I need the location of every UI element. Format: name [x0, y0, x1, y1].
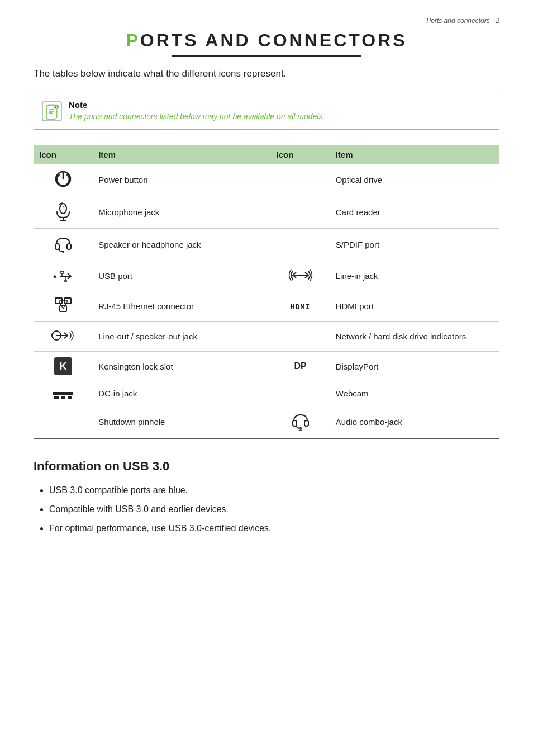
left-item-cell: Microphone jack [93, 196, 270, 229]
table-row: KKensington lock slotDPDisplayPort [34, 352, 499, 381]
table-row: Speaker or headphone jack S/PDIF port [34, 229, 499, 261]
right-item-cell: Card reader [330, 196, 499, 229]
table-row: RJ-45 Ethernet connectorHDMIHDMI port [34, 291, 499, 322]
note-icon [42, 101, 62, 121]
right-item-cell: Line-in jack [330, 261, 499, 291]
col1-header-item: Item [93, 145, 270, 164]
svg-rect-15 [60, 271, 64, 273]
table-row: ● USB port Line-in jack [34, 261, 499, 291]
note-title: Note [69, 100, 325, 110]
list-item: USB 3.0 compatible ports are blue. [49, 481, 499, 499]
left-icon-cell [34, 381, 93, 405]
left-item-cell: USB port [93, 261, 270, 291]
left-icon-cell [34, 229, 93, 261]
right-item-cell: Audio combo-jack [330, 405, 499, 439]
left-icon-cell [34, 196, 93, 229]
table-header-row: Icon Item Icon Item [34, 145, 499, 164]
subtitle: The tables below indicate what the diffe… [34, 68, 499, 79]
right-icon-cell [271, 164, 330, 196]
right-icon-cell: HDMI [271, 291, 330, 322]
right-item-cell: Network / hard disk drive indicators [330, 322, 499, 352]
table-row: DC-in jack Webcam [34, 381, 499, 405]
right-item-cell: HDMI port [330, 291, 499, 322]
svg-point-30 [299, 427, 302, 430]
svg-rect-29 [304, 420, 308, 426]
list-item: Compatible with USB 3.0 and earlier devi… [49, 500, 499, 518]
right-icon-cell [271, 381, 330, 405]
table-row: Microphone jack Card reader [34, 196, 499, 229]
left-item-cell: RJ-45 Ethernet connector [93, 291, 270, 322]
right-icon-cell [271, 196, 330, 229]
right-icon-cell [271, 322, 330, 352]
list-item: For optimal performance, use USB 3.0-cer… [49, 519, 499, 537]
right-item-cell: S/PDIF port [330, 229, 499, 261]
note-content: Note The ports and connectors listed bel… [69, 100, 325, 121]
right-icon-cell: DP [271, 352, 330, 381]
svg-rect-10 [55, 244, 59, 249]
right-icon-cell [271, 405, 330, 439]
left-item-cell: Line-out / speaker-out jack [93, 322, 270, 352]
left-icon-cell [34, 164, 93, 196]
col2-header-icon: Icon [271, 145, 330, 164]
left-item-cell: DC-in jack [93, 381, 270, 405]
page-title: PORTS AND CONNECTORS [34, 30, 499, 51]
right-item-cell: Webcam [330, 381, 499, 405]
left-icon-cell [34, 322, 93, 352]
left-item-cell: Speaker or headphone jack [93, 229, 270, 261]
left-item-cell: Shutdown pinhole [93, 405, 270, 439]
table-row: Power button Optical drive [34, 164, 499, 196]
right-icon-cell [271, 261, 330, 291]
left-icon-cell: K [34, 352, 93, 381]
right-item-cell: Optical drive [330, 164, 499, 196]
left-icon-cell [34, 405, 93, 439]
usb-section-title: Information on USB 3.0 [34, 459, 499, 474]
usb-bullet-list: USB 3.0 compatible ports are blue.Compat… [34, 481, 499, 537]
svg-point-12 [62, 251, 64, 253]
col2-header-item: Item [330, 145, 499, 164]
title-first-letter: P [126, 30, 140, 50]
page-number: Ports and connectors - 2 [34, 17, 499, 25]
svg-rect-11 [67, 244, 71, 249]
svg-point-6 [60, 204, 66, 214]
icon-table: Icon Item Icon Item Power button Optical… [34, 145, 499, 439]
col1-header-icon: Icon [34, 145, 93, 164]
left-item-cell: Power button [93, 164, 270, 196]
left-icon-cell [34, 291, 93, 322]
note-text: The ports and connectors listed below ma… [69, 112, 325, 121]
right-icon-cell [271, 229, 330, 261]
table-row: Shutdown pinhole Audio combo-jack [34, 405, 499, 439]
table-row: Line-out / speaker-out jack Network / ha… [34, 322, 499, 352]
left-item-cell: Kensington lock slot [93, 352, 270, 381]
svg-rect-28 [293, 420, 297, 426]
left-icon-cell: ● [34, 261, 93, 291]
title-underline [172, 55, 361, 57]
right-item-cell: DisplayPort [330, 352, 499, 381]
note-box: Note The ports and connectors listed bel… [34, 92, 499, 130]
title-rest: ORTS AND CONNECTORS [140, 30, 407, 50]
